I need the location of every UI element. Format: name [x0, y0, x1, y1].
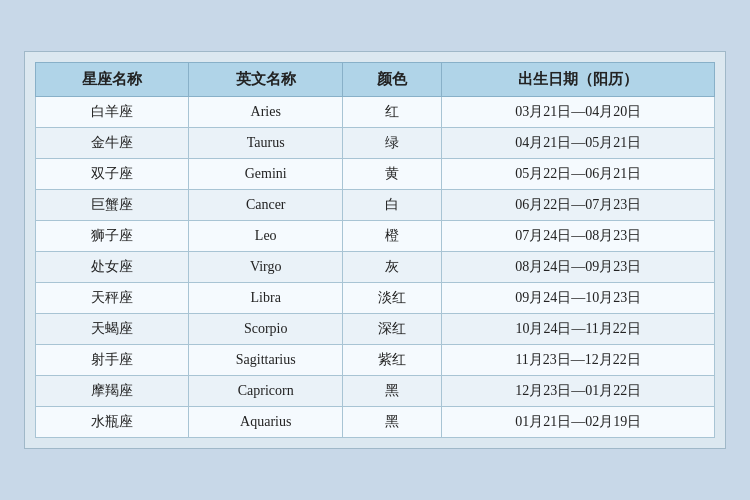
cell-color: 红 [342, 97, 441, 128]
cell-color: 黄 [342, 159, 441, 190]
cell-english-name: Leo [189, 221, 342, 252]
cell-dates: 07月24日—08月23日 [442, 221, 715, 252]
header-color: 颜色 [342, 63, 441, 97]
cell-color: 灰 [342, 252, 441, 283]
cell-color: 黑 [342, 376, 441, 407]
cell-color: 淡红 [342, 283, 441, 314]
table-row: 天秤座Libra淡红09月24日—10月23日 [36, 283, 715, 314]
cell-chinese-name: 白羊座 [36, 97, 189, 128]
cell-chinese-name: 摩羯座 [36, 376, 189, 407]
cell-chinese-name: 金牛座 [36, 128, 189, 159]
table-row: 水瓶座Aquarius黑01月21日—02月19日 [36, 407, 715, 438]
table-row: 处女座Virgo灰08月24日—09月23日 [36, 252, 715, 283]
table-row: 金牛座Taurus绿04月21日—05月21日 [36, 128, 715, 159]
cell-chinese-name: 巨蟹座 [36, 190, 189, 221]
table-row: 射手座Sagittarius紫红11月23日—12月22日 [36, 345, 715, 376]
cell-dates: 03月21日—04月20日 [442, 97, 715, 128]
cell-english-name: Gemini [189, 159, 342, 190]
cell-english-name: Aquarius [189, 407, 342, 438]
cell-english-name: Libra [189, 283, 342, 314]
table-header-row: 星座名称 英文名称 颜色 出生日期（阳历） [36, 63, 715, 97]
cell-dates: 01月21日—02月19日 [442, 407, 715, 438]
cell-english-name: Aries [189, 97, 342, 128]
table-row: 双子座Gemini黄05月22日—06月21日 [36, 159, 715, 190]
cell-chinese-name: 双子座 [36, 159, 189, 190]
cell-dates: 08月24日—09月23日 [442, 252, 715, 283]
cell-color: 黑 [342, 407, 441, 438]
table-row: 巨蟹座Cancer白06月22日—07月23日 [36, 190, 715, 221]
cell-dates: 06月22日—07月23日 [442, 190, 715, 221]
table-body: 白羊座Aries红03月21日—04月20日金牛座Taurus绿04月21日—0… [36, 97, 715, 438]
cell-chinese-name: 天秤座 [36, 283, 189, 314]
cell-english-name: Taurus [189, 128, 342, 159]
table-row: 狮子座Leo橙07月24日—08月23日 [36, 221, 715, 252]
cell-color: 深红 [342, 314, 441, 345]
cell-color: 绿 [342, 128, 441, 159]
cell-dates: 04月21日—05月21日 [442, 128, 715, 159]
cell-dates: 12月23日—01月22日 [442, 376, 715, 407]
cell-dates: 11月23日—12月22日 [442, 345, 715, 376]
zodiac-table: 星座名称 英文名称 颜色 出生日期（阳历） 白羊座Aries红03月21日—04… [35, 62, 715, 438]
cell-chinese-name: 狮子座 [36, 221, 189, 252]
cell-chinese-name: 处女座 [36, 252, 189, 283]
cell-dates: 05月22日—06月21日 [442, 159, 715, 190]
header-chinese-name: 星座名称 [36, 63, 189, 97]
cell-english-name: Capricorn [189, 376, 342, 407]
table-row: 天蝎座Scorpio深红10月24日—11月22日 [36, 314, 715, 345]
cell-chinese-name: 水瓶座 [36, 407, 189, 438]
header-dates: 出生日期（阳历） [442, 63, 715, 97]
cell-chinese-name: 天蝎座 [36, 314, 189, 345]
cell-english-name: Sagittarius [189, 345, 342, 376]
cell-english-name: Cancer [189, 190, 342, 221]
cell-dates: 10月24日—11月22日 [442, 314, 715, 345]
table-row: 摩羯座Capricorn黑12月23日—01月22日 [36, 376, 715, 407]
cell-english-name: Scorpio [189, 314, 342, 345]
table-row: 白羊座Aries红03月21日—04月20日 [36, 97, 715, 128]
cell-chinese-name: 射手座 [36, 345, 189, 376]
cell-color: 紫红 [342, 345, 441, 376]
header-english-name: 英文名称 [189, 63, 342, 97]
zodiac-table-container: 星座名称 英文名称 颜色 出生日期（阳历） 白羊座Aries红03月21日—04… [24, 51, 726, 449]
cell-dates: 09月24日—10月23日 [442, 283, 715, 314]
cell-color: 橙 [342, 221, 441, 252]
cell-english-name: Virgo [189, 252, 342, 283]
cell-color: 白 [342, 190, 441, 221]
